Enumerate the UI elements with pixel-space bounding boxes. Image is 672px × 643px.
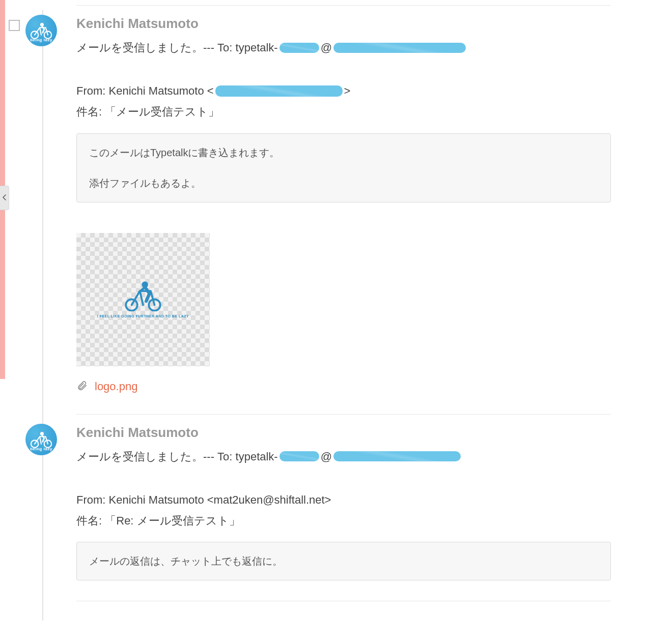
received-line: メールを受信しました。--- To: typetalk- @ (76, 448, 611, 465)
avatar-label: being lazy (25, 38, 57, 42)
quote-line: このメールはTypetalkに書き込まれます。 (89, 143, 598, 162)
subject-line: 件名: 「メール受信テスト」 (76, 103, 611, 121)
sidebar-collapse-handle[interactable] (0, 186, 9, 210)
quote-box: メールの返信は、チャット上でも返信に。 (76, 542, 611, 580)
redaction (279, 43, 319, 53)
redaction (333, 43, 466, 53)
thumbnail-caption: I FEEL LIKE GOING FURTHER AND TO BE LAZY (97, 314, 189, 318)
quote-line: メールの返信は、チャット上でも返信に。 (89, 551, 598, 571)
redaction (279, 451, 319, 461)
avatar[interactable]: being lazy (25, 15, 57, 46)
message-select-checkbox[interactable] (9, 20, 20, 31)
chevron-left-icon (3, 194, 7, 202)
received-prefix: メールを受信しました。--- To: typetalk- (76, 448, 278, 465)
from-prefix: From: Kenichi Matsumoto < (76, 82, 214, 100)
avatar-label: being lazy (25, 447, 57, 451)
message-item: being lazy Kenichi Matsumoto メールを受信しました。… (76, 5, 611, 414)
attachment-filename[interactable]: logo.png (95, 380, 137, 393)
subject-value: 「メール受信テスト」 (105, 103, 219, 121)
subject-line: 件名: 「Re: メール受信テスト」 (76, 512, 611, 530)
subject-label: 件名: (76, 103, 102, 121)
from-line: From: Kenichi Matsumoto <mat2uken@shifta… (76, 491, 611, 509)
subject-label: 件名: (76, 512, 102, 530)
subject-value: 「Re: メール受信テスト」 (105, 512, 240, 530)
message-item: being lazy Kenichi Matsumoto メールを受信しました。… (76, 414, 611, 622)
message-author[interactable]: Kenichi Matsumoto (76, 16, 611, 32)
attachment-thumbnail[interactable]: I FEEL LIKE GOING FURTHER AND TO BE LAZY (76, 233, 210, 366)
from-line: From: Kenichi Matsumoto < > (76, 82, 611, 100)
at-symbol: @ (321, 39, 332, 56)
from-full: From: Kenichi Matsumoto <mat2uken@shifta… (76, 491, 331, 509)
attachment-row: logo.png (76, 379, 611, 394)
redaction (215, 85, 343, 97)
bicycle-icon (123, 281, 163, 311)
paperclip-icon (76, 379, 88, 394)
at-symbol: @ (321, 448, 332, 465)
quote-line: 添付ファイルもあるよ。 (89, 173, 598, 193)
message-author[interactable]: Kenichi Matsumoto (76, 425, 611, 441)
received-line: メールを受信しました。--- To: typetalk- @ (76, 39, 611, 56)
quote-box: このメールはTypetalkに書き込まれます。 添付ファイルもあるよ。 (76, 133, 611, 202)
message-list: being lazy Kenichi Matsumoto メールを受信しました。… (0, 0, 672, 622)
redaction (333, 451, 461, 461)
message-divider (76, 601, 611, 601)
from-suffix: > (344, 82, 351, 100)
avatar[interactable]: being lazy (25, 424, 57, 455)
received-prefix: メールを受信しました。--- To: typetalk- (76, 39, 278, 56)
